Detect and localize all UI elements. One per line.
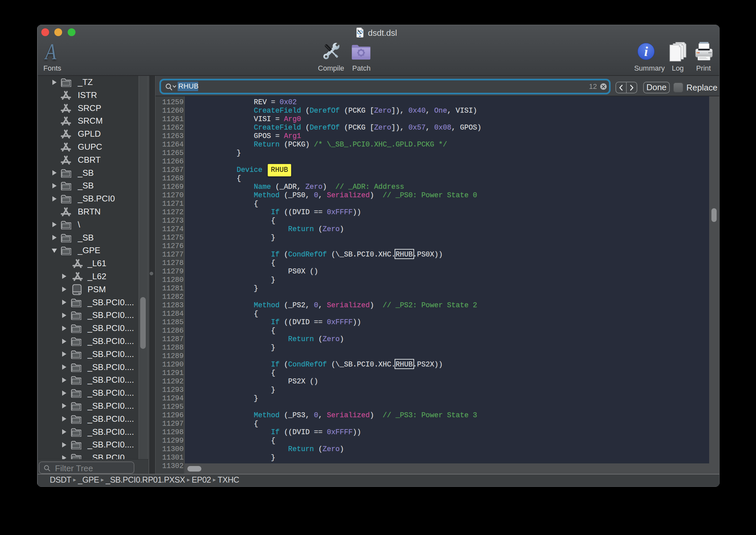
svg-text:i: i bbox=[644, 44, 648, 59]
